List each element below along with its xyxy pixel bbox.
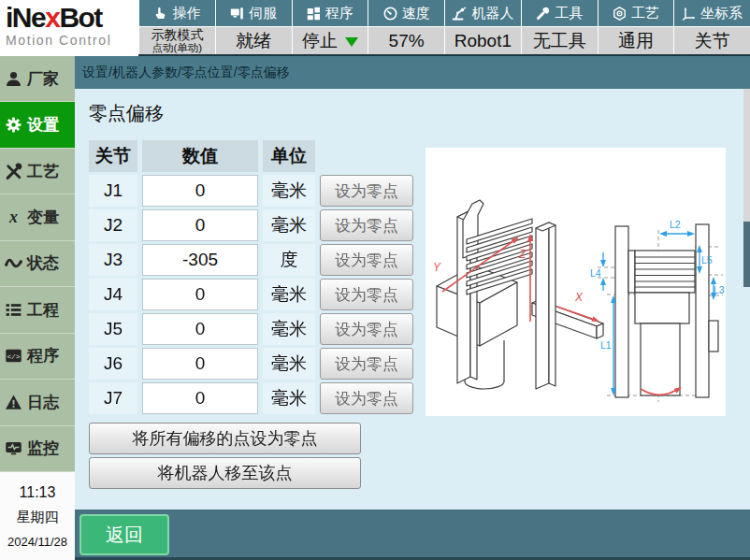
unit-label: 毫米 [263, 175, 315, 207]
set-zero-button-j4[interactable]: 设为零点 [320, 279, 413, 310]
sidebar-item-variables[interactable]: x 变量 [0, 194, 75, 240]
coordinate-axes-icon [682, 7, 696, 21]
menu-coord-label: 坐标系 [700, 5, 743, 22]
joint-label: J2 [89, 209, 137, 241]
joint-value-input-j4[interactable] [142, 279, 258, 310]
menu-coord[interactable]: 坐标系 关节 [673, 0, 750, 54]
svg-text:</>: </> [7, 352, 20, 361]
svg-text:L3: L3 [714, 284, 725, 295]
person-icon [5, 70, 22, 88]
coord-mode[interactable]: 关节 [674, 26, 750, 54]
unit-label: 毫米 [263, 209, 315, 241]
sidebar-item-log[interactable]: 日志 [0, 380, 75, 425]
clock-panel: 11:13 星期四 2024/11/28 [0, 472, 75, 560]
app-logo: iNexBot Motion Control [0, 0, 138, 56]
joint-value-input-j5[interactable] [142, 313, 258, 345]
svg-text:Z: Z [518, 248, 526, 261]
sidebar-item-monitor[interactable]: 监控 [0, 426, 75, 472]
joint-value-input-j3[interactable] [142, 244, 258, 276]
set-zero-button-j1[interactable]: 设为零点 [320, 175, 413, 207]
joint-label: J7 [89, 382, 137, 414]
set-zero-button-j5[interactable]: 设为零点 [320, 313, 413, 345]
teach-mode-status[interactable]: 示教模式 点动(单动) [139, 26, 215, 54]
svg-text:X: X [574, 291, 584, 304]
brand-name: iNexBot [6, 3, 138, 33]
robot-arm-icon [452, 7, 467, 21]
sidebar-item-process[interactable]: 工艺 [0, 149, 75, 194]
joint-value-input-j2[interactable] [142, 209, 258, 241]
svg-text:L4: L4 [590, 267, 601, 279]
back-button[interactable]: 返回 [79, 514, 169, 555]
menu-process[interactable]: 工艺 通用 [598, 0, 674, 54]
code-icon: </> [5, 347, 22, 365]
content-area: 设置/机器人参数/零点位置/零点偏移 零点偏移 关节 数值 单位 J1 毫米 设… [75, 56, 750, 560]
scrollbar-thumb[interactable] [743, 222, 750, 287]
top-menu: 操作 示教模式 点动(单动) 伺服 就绪 程序 停止 [138, 0, 750, 56]
servo-icon [230, 7, 244, 21]
sidebar-item-settings[interactable]: 设置 [0, 102, 75, 148]
sidebar-item-status[interactable]: 状态 [0, 241, 75, 287]
breadcrumb: 设置/机器人参数/零点位置/零点偏移 [75, 56, 750, 89]
joint-label: J3 [89, 244, 137, 276]
pulse-icon [5, 254, 22, 272]
set-zero-button-j3[interactable]: 设为零点 [320, 244, 413, 276]
hand-icon [153, 7, 167, 21]
menu-speed-label: 速度 [402, 5, 430, 22]
speed-value[interactable]: 57% [368, 26, 444, 54]
sidebar: 厂家 设置 工艺 x 变量 状态 工程 </> [0, 56, 75, 560]
scrollbar-track[interactable] [743, 89, 750, 222]
top-bar: iNexBot Motion Control 操作 示教模式 点动(单动) 伺服… [0, 0, 750, 56]
sidebar-item-factory[interactable]: 厂家 [0, 56, 75, 102]
run-status[interactable]: 停止 [293, 26, 368, 54]
warning-icon [5, 394, 22, 411]
col-header-value: 数值 [142, 140, 258, 172]
tool-name[interactable]: 无工具 [522, 26, 598, 54]
process-hex-icon [613, 7, 627, 21]
monitor-icon [5, 439, 22, 457]
svg-text:x: x [8, 208, 18, 226]
clock-date: 2024/11/28 [7, 535, 67, 549]
list-icon [5, 301, 22, 319]
menu-robot-label: 机器人 [471, 5, 513, 22]
robot-name[interactable]: Robot1 [445, 26, 521, 54]
gear-icon [5, 116, 22, 134]
sidebar-item-program[interactable]: </> 程序 [0, 334, 75, 380]
joint-label: J4 [89, 279, 137, 310]
set-all-zero-button[interactable]: 将所有偏移的点设为零点 [89, 423, 361, 454]
menu-robot[interactable]: 机器人 Robot1 [444, 0, 521, 54]
svg-text:L2: L2 [670, 219, 681, 230]
menu-servo[interactable]: 伺服 就绪 [215, 0, 292, 54]
joint-value-input-j7[interactable] [142, 382, 258, 414]
menu-process-label: 工艺 [631, 5, 659, 22]
move-robot-button[interactable]: 将机器人移至该点 [89, 457, 361, 489]
joint-label: J5 [89, 313, 137, 345]
set-zero-button-j6[interactable]: 设为零点 [320, 348, 413, 380]
unit-label: 度 [263, 244, 315, 276]
joint-value-input-j6[interactable] [142, 348, 258, 380]
col-header-unit: 单位 [263, 140, 315, 172]
menu-speed[interactable]: 速度 57% [368, 0, 444, 54]
svg-text:L1: L1 [600, 339, 612, 351]
unit-label: 毫米 [263, 382, 315, 414]
unit-label: 毫米 [263, 279, 315, 310]
robot-dimension-diagram: Y Z X [425, 148, 726, 416]
dropdown-arrow-icon[interactable] [345, 37, 358, 53]
servo-status[interactable]: 就绪 [216, 26, 292, 54]
menu-tool[interactable]: 工具 无工具 [521, 0, 598, 54]
clock-time: 11:13 [20, 484, 56, 501]
process-mode[interactable]: 通用 [599, 26, 674, 54]
tools-icon [5, 163, 22, 180]
set-zero-button-j2[interactable]: 设为零点 [320, 209, 413, 241]
bottom-bar: 返回 [75, 510, 750, 560]
menu-servo-label: 伺服 [249, 5, 277, 22]
menu-operate-label: 操作 [172, 5, 200, 22]
speed-gauge-icon [383, 7, 397, 21]
set-zero-button-j7[interactable]: 设为零点 [320, 382, 413, 414]
menu-program-label: 程序 [325, 5, 353, 22]
svg-text:L5: L5 [701, 254, 713, 266]
sidebar-item-project[interactable]: 工程 [0, 287, 75, 333]
joint-value-input-j1[interactable] [142, 175, 258, 207]
menu-operate[interactable]: 操作 示教模式 点动(单动) [138, 0, 215, 54]
joint-label: J1 [89, 175, 137, 207]
menu-program[interactable]: 程序 停止 [292, 0, 368, 54]
